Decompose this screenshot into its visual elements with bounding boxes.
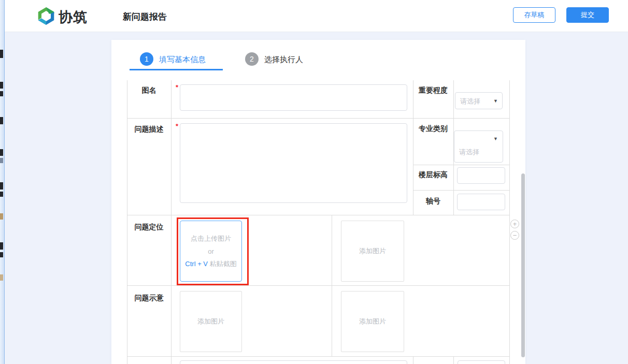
step-1-badge: 1 [140,52,153,66]
table-border [413,80,413,215]
top-header: 协筑 新问题报告 存草稿 提交 [5,0,628,32]
sliver-icon-fragment [0,117,3,124]
table-border [453,356,454,364]
tab-step-1-basic-info[interactable]: 填写基本信息 [159,55,206,65]
problem-location-upload-box[interactable]: 点击上传图片 or Ctrl + V 粘贴截图 [180,221,242,282]
table-border [127,118,509,119]
xiezhu-logo-icon [37,7,55,25]
table-border [127,80,127,364]
active-step-underline [130,69,223,70]
sliver-icon-fragment [0,50,3,58]
problem-location-label: 问题定位 [127,223,171,232]
table-border [413,190,509,191]
step-2-badge: 2 [245,52,259,66]
importance-placeholder: 请选择 [460,97,480,106]
upload-hint-line2: or [208,247,214,255]
problem-description-textarea[interactable] [180,123,407,203]
floor-elevation-label: 楼层标高 [413,170,453,180]
drawing-name-label: 图名 [127,86,171,95]
problem-illustration-label: 问题示意 [127,294,171,303]
axis-number-label: 轴号 [413,197,453,206]
importance-select[interactable]: 请选择 ▼ [455,92,503,109]
upload-hint-line3: Ctrl + V 粘贴截图 [185,259,236,269]
submit-button[interactable]: 提交 [566,7,609,23]
axis-number-input[interactable] [457,194,505,210]
next-row-side-input[interactable] [458,360,505,364]
background-app-sliver [0,0,5,364]
add-image-label: 添加图片 [359,317,386,326]
required-marker: * [176,83,178,91]
sliver-icon-fragment [0,91,3,96]
sliver-icon-fragment [0,158,3,163]
table-border [171,80,172,364]
discipline-select[interactable]: ▼ 请选择 [454,130,503,163]
discipline-label: 专业类别 [413,124,453,134]
page-title: 新问题报告 [123,11,167,23]
discipline-placeholder: 请选择 [459,148,479,157]
table-border [413,356,413,364]
sliver-icon-fragment [0,274,3,281]
upload-paste-text: 粘贴截图 [210,260,237,268]
upload-hotkey: Ctrl + V [185,260,208,268]
required-marker: * [176,122,178,130]
chevron-down-icon: ▼ [493,98,498,104]
next-row-input[interactable] [180,360,407,364]
table-border [127,285,509,286]
drawing-name-input[interactable] [180,84,407,111]
chevron-down-icon: ▼ [493,136,498,141]
sliver-icon-fragment [0,182,3,190]
zoom-out-icon[interactable]: − [510,231,519,240]
sliver-icon-fragment [0,192,3,197]
table-border [413,165,509,165]
sliver-icon-fragment [0,82,3,89]
problem-location-add-image-box[interactable]: 添加图片 [341,221,404,282]
sliver-icon-fragment [0,213,3,220]
problem-illustration-add-image-box-1[interactable]: 添加图片 [180,291,242,352]
sliver-icon-fragment [0,149,3,156]
table-border [127,356,509,357]
new-issue-form-card: 1 填写基本信息 2 选择执行人 图名 * 问题描述 * 重要程度 请选择 ▼ … [111,40,525,364]
tab-step-2-select-executor[interactable]: 选择执行人 [264,55,303,65]
table-border [127,215,509,215]
sliver-icon-fragment [0,242,3,250]
logo-text: 协筑 [59,8,88,26]
upload-hint-line1: 点击上传图片 [191,234,231,243]
sliver-icon-fragment [0,252,3,257]
add-image-label: 添加图片 [359,246,386,256]
save-draft-button[interactable]: 存草稿 [513,7,555,23]
add-image-label: 添加图片 [197,317,224,326]
importance-label: 重要程度 [413,86,453,95]
vertical-scrollbar-thumb[interactable] [521,173,525,357]
floor-elevation-input[interactable] [457,167,505,184]
problem-illustration-add-image-box-2[interactable]: 添加图片 [341,291,404,352]
table-border [509,80,510,364]
zoom-in-icon[interactable]: + [510,220,519,228]
problem-description-label: 问题描述 [127,125,171,134]
